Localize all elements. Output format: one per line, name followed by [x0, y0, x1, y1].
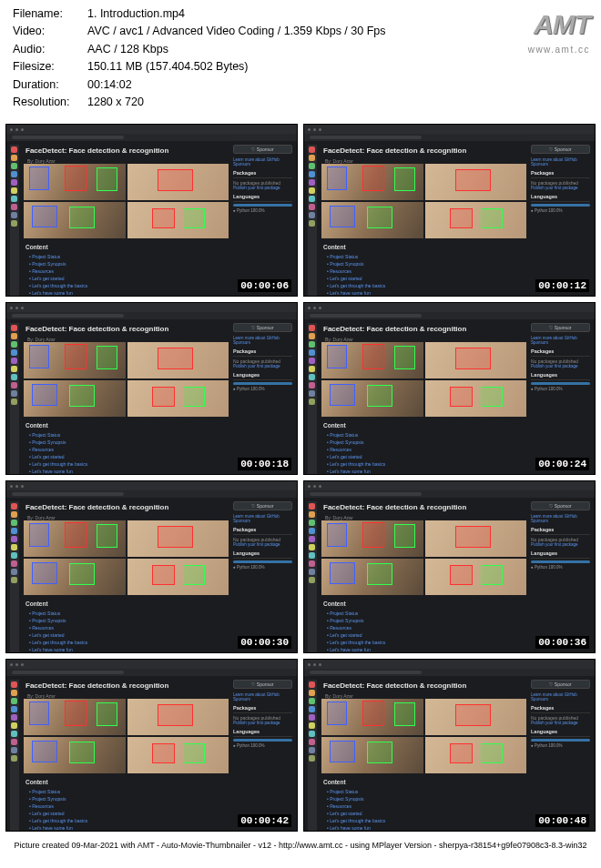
packages-heading: Packages: [233, 348, 292, 357]
taskbar-app-icon: [309, 577, 315, 583]
content-link: Project Status: [29, 610, 229, 617]
video-thumbnail: FaceDetect: Face detection & recognition…: [5, 124, 298, 297]
face-bounding-box: [450, 565, 473, 585]
taskbar-app-icon: [11, 187, 17, 194]
content-heading: Content: [25, 601, 229, 607]
sample-image: [127, 699, 229, 735]
face-bounding-box: [455, 526, 491, 548]
content-link: Project Synopsis: [29, 795, 229, 802]
image-row: [321, 559, 526, 595]
face-bounding-box: [97, 167, 117, 191]
face-bounding-box: [330, 741, 355, 762]
browser-addressbar: [304, 490, 595, 498]
url-field: [12, 671, 124, 674]
main-column: FaceDetect: Face detection & recognition…: [321, 680, 526, 831]
content-link: Let's get through the basics: [327, 639, 526, 646]
taskbar-app-icon: [309, 179, 315, 186]
content-link: Project Synopsis: [29, 439, 229, 446]
sponsor-button: ♡ Sponsor: [233, 145, 292, 154]
face-bounding-box: [362, 701, 385, 726]
sample-image: [24, 737, 126, 773]
meta-value: AAC / 128 Kbps: [87, 41, 168, 58]
face-bounding-box: [65, 701, 87, 726]
content-links: Project StatusProject SynopsisResourcesL…: [24, 788, 229, 832]
sidebar: ♡ SponsorLearn more about GitHub Sponsor…: [233, 145, 292, 296]
taskbar-app-icon: [11, 536, 17, 542]
sample-image: [127, 559, 229, 595]
content-link: Project Status: [29, 431, 229, 439]
sample-image: [321, 699, 423, 735]
languages-heading: Languages: [531, 729, 590, 737]
sample-image: [127, 202, 229, 238]
taskbar-app-icon: [309, 374, 315, 380]
meta-label: Filename:: [13, 5, 87, 23]
timestamp-overlay: 00:00:06: [238, 279, 291, 292]
content-link: Let's get through the basics: [29, 817, 229, 824]
face-bounding-box: [69, 385, 95, 407]
window-titlebar: [6, 660, 297, 669]
packages-heading: Packages: [531, 348, 590, 357]
face-bounding-box: [152, 743, 175, 763]
url-field: [310, 314, 422, 318]
os-taskbar: [10, 323, 19, 474]
timestamp-overlay: 00:00:48: [535, 814, 589, 827]
video-thumbnail: FaceDetect: Face detection & recognition…: [5, 480, 298, 653]
content-link: Resources: [327, 446, 526, 453]
content-link: Resources: [29, 802, 229, 810]
video-thumbnail: FaceDetect: Face detection & recognition…: [5, 302, 298, 475]
face-bounding-box: [97, 346, 117, 369]
taskbar-app-icon: [309, 528, 315, 534]
taskbar-app-icon: [309, 690, 315, 696]
taskbar-app-icon: [309, 212, 315, 218]
taskbar-app-icon: [11, 366, 17, 372]
taskbar-app-icon: [11, 399, 17, 405]
language-bar: [531, 560, 590, 563]
content-links: Project StatusProject SynopsisResourcesL…: [321, 253, 526, 297]
taskbar-app-icon: [309, 511, 315, 518]
content-link: Resources: [327, 624, 526, 631]
taskbar-app-icon: [11, 196, 17, 202]
window-control-icon: [21, 485, 24, 488]
content-link: Project Synopsis: [327, 439, 526, 446]
sidebar: ♡ SponsorLearn more about GitHub Sponsor…: [233, 501, 292, 652]
content-link: Let's have some fun: [29, 646, 229, 653]
face-bounding-box: [367, 742, 392, 763]
face-bounding-box: [455, 169, 491, 191]
face-bounding-box: [362, 522, 385, 548]
sample-image: [425, 342, 527, 378]
image-row: [321, 699, 526, 735]
window-control-icon: [10, 663, 13, 666]
meta-value: 00:14:02: [87, 76, 132, 94]
face-bounding-box: [481, 208, 504, 228]
window-control-icon: [15, 663, 18, 666]
sponsor-link: Learn more about GitHub Sponsors: [233, 514, 292, 523]
sample-image: [127, 164, 229, 200]
taskbar-app-icon: [11, 690, 17, 696]
os-taskbar: [10, 145, 19, 296]
taskbar-app-icon: [11, 528, 17, 534]
os-taskbar: [10, 680, 19, 831]
taskbar-app-icon: [11, 171, 17, 177]
face-bounding-box: [69, 207, 95, 228]
content-link: Project Synopsis: [327, 617, 526, 624]
face-bounding-box: [327, 523, 347, 547]
language-label: ● Python 100.0%: [233, 208, 292, 213]
image-row: [24, 737, 229, 773]
url-field: [310, 136, 422, 139]
sponsor-button: ♡ Sponsor: [233, 501, 292, 510]
face-bounding-box: [32, 741, 57, 762]
sponsor-button: ♡ Sponsor: [531, 501, 590, 510]
content-link: Resources: [29, 446, 229, 453]
packages-heading: Packages: [233, 705, 292, 713]
logo-text: AMT: [528, 4, 590, 46]
content-link: Let's get through the basics: [29, 639, 229, 646]
content-links: Project StatusProject SynopsisResourcesL…: [24, 431, 229, 475]
packages-heading: Packages: [233, 527, 292, 535]
language-label: ● Python 100.0%: [531, 565, 590, 570]
taskbar-app-icon: [11, 325, 17, 331]
face-bounding-box: [362, 166, 385, 191]
meta-value: 1280 x 720: [87, 94, 144, 111]
face-bounding-box: [481, 743, 504, 763]
taskbar-app-icon: [309, 552, 315, 559]
content-link: Resources: [29, 267, 229, 275]
